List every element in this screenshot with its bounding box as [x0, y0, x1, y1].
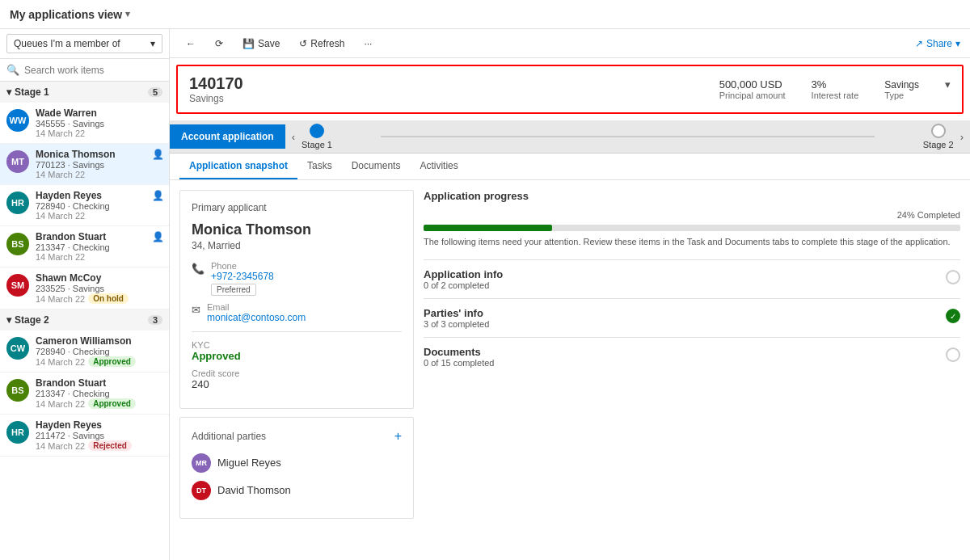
list-item[interactable]: SM Shawn McCoy 233525 · Savings 14 March…: [0, 267, 169, 309]
party-item: MR Miguel Reyes: [192, 452, 402, 473]
phone-row: 📞 Phone +972-2345678 Preferred: [192, 261, 402, 296]
share-chevron: ▾: [955, 38, 960, 49]
progress-bar-bg: [424, 225, 960, 231]
phone-icon: 📞: [192, 263, 205, 275]
tab-activities[interactable]: Activities: [410, 154, 467, 179]
type-field: Savings Type: [884, 78, 919, 100]
save-icon: 💾: [242, 38, 255, 49]
progress-title: Application progress: [424, 190, 960, 202]
phone-label: Phone: [211, 261, 274, 271]
phone-value[interactable]: +972-2345678: [211, 271, 274, 282]
record-id: 140170: [189, 74, 243, 93]
search-icon: 🔍: [6, 64, 19, 76]
queue-filter: Queues I'm a member of ▾: [0, 29, 169, 59]
share-icon: ↗: [915, 38, 923, 49]
kyc-label: KYC: [192, 340, 402, 350]
list-item[interactable]: BS Brandon Stuart 213347 · Checking 14 M…: [0, 373, 169, 415]
list-item[interactable]: MT Monica Thomson 770123 · Savings 14 Ma…: [0, 144, 169, 185]
stage2-indicator: Stage 2: [923, 124, 954, 149]
item-info: Wade Warren 345555 · Savings 14 March 22: [36, 107, 162, 138]
toolbar: ← ⟳ 💾 Save ↺ Refresh ··· ↗ S: [170, 29, 970, 58]
list-item[interactable]: BS Brandon Stuart 213347 · Checking 14 M…: [0, 226, 169, 267]
tab-snapshot[interactable]: Application snapshot: [179, 154, 297, 179]
item-sub: 345555 · Savings: [36, 119, 162, 128]
interest-rate-label: Interest rate: [812, 91, 859, 100]
record-expand-icon[interactable]: ▾: [945, 78, 951, 91]
list-item[interactable]: HR Hayden Reyes 728940 · Checking 14 Mar…: [0, 185, 169, 226]
progress-item-info: Parties' info 3 of 3 completed: [424, 307, 489, 329]
list-item[interactable]: HR Hayden Reyes 211472 · Savings 14 Marc…: [0, 415, 169, 457]
stage-nav-left[interactable]: ‹: [285, 128, 302, 146]
tab-tasks[interactable]: Tasks: [297, 154, 342, 179]
additional-parties-card: Additional parties + MR Miguel Reyes DT …: [179, 417, 414, 519]
stage-nav-right[interactable]: ›: [954, 128, 970, 146]
add-party-button[interactable]: +: [394, 429, 402, 444]
item-info: Brandon Stuart 213347 · Checking 14 Marc…: [36, 377, 162, 409]
item-date: 14 March 22 Approved: [36, 356, 162, 367]
avatar: SM: [6, 274, 29, 297]
avatar: BS: [6, 233, 29, 255]
search-bar: 🔍: [0, 59, 169, 82]
queue-label: Queues I'm a member of: [14, 38, 120, 49]
save-button[interactable]: 💾 Save: [236, 36, 286, 52]
email-label: Email: [207, 302, 306, 312]
stage-header-stage1[interactable]: ▾Stage 15: [0, 82, 169, 103]
back-icon: ←: [186, 38, 196, 49]
more-button[interactable]: ···: [357, 36, 378, 52]
item-sub: 728940 · Checking: [36, 347, 162, 356]
search-input[interactable]: [24, 65, 162, 76]
stage-count: 3: [148, 315, 162, 325]
item-sub: 728940 · Checking: [36, 201, 162, 211]
tab-documents[interactable]: Documents: [342, 154, 411, 179]
list-item[interactable]: WW Wade Warren 345555 · Savings 14 March…: [0, 103, 169, 144]
principal-amount-label: Principal amount: [719, 91, 786, 100]
progress-note: The following items need your attention.…: [424, 236, 960, 248]
credit-score-value: 240: [192, 378, 402, 390]
progress-item-count: 0 of 15 completed: [424, 358, 494, 368]
stage-header-stage2[interactable]: ▾Stage 23: [0, 309, 169, 331]
item-info: Hayden Reyes 211472 · Savings 14 March 2…: [36, 419, 162, 451]
progress-item-count: 0 of 2 completed: [424, 280, 503, 290]
share-button[interactable]: ↗ Share ▾: [915, 38, 960, 49]
divider-1: [192, 331, 402, 332]
interest-rate-field: 3% Interest rate: [812, 78, 859, 100]
item-name: Brandon Stuart: [36, 377, 162, 389]
progress-item-info: Documents 0 of 15 completed: [424, 346, 494, 368]
stage1-dot: [310, 124, 324, 138]
avatar: HR: [6, 421, 29, 444]
back-button[interactable]: ←: [179, 36, 202, 52]
account-application-btn[interactable]: Account application: [170, 124, 285, 149]
item-sub: 770123 · Savings: [36, 160, 162, 170]
progress-item-status: [946, 347, 960, 362]
queue-dropdown[interactable]: Queues I'm a member of ▾: [6, 34, 162, 53]
stage-indicator: Stage 1 Stage 2: [302, 120, 954, 153]
tab-bar: Application snapshotTasksDocumentsActivi…: [170, 154, 970, 180]
refresh-button[interactable]: ↺ Refresh: [293, 36, 351, 52]
item-name: Hayden Reyes: [36, 419, 162, 431]
item-sub: 213347 · Checking: [36, 389, 162, 398]
app-title[interactable]: My applications view ▾: [10, 8, 130, 21]
item-date: 14 March 22 Approved: [36, 398, 162, 409]
item-name: Brandon Stuart: [36, 231, 162, 242]
party-avatar: MR: [192, 453, 211, 473]
sidebar: Queues I'm a member of ▾ 🔍 ▾Stage 15 WW …: [0, 29, 170, 560]
item-date: 14 March 22: [36, 252, 162, 262]
record-identity: 140170 Savings: [189, 74, 243, 104]
item-name: Hayden Reyes: [36, 190, 162, 201]
parties-list: MR Miguel Reyes DT David Thomson: [192, 452, 402, 500]
list-item[interactable]: CW Cameron Williamson 728940 · Checking …: [0, 331, 169, 373]
avatar: BS: [6, 379, 29, 402]
avatar: MT: [6, 150, 29, 173]
app-title-text: My applications view: [10, 8, 122, 21]
stage-list: ▾Stage 15 WW Wade Warren 345555 · Saving…: [0, 82, 169, 457]
main-content: ← ⟳ 💾 Save ↺ Refresh ··· ↗ S: [170, 29, 970, 560]
left-column: Primary applicant Monica Thomson 34, Mar…: [179, 190, 414, 550]
forward-button[interactable]: ⟳: [209, 36, 230, 52]
top-bar: My applications view ▾: [0, 0, 970, 29]
item-name: Wade Warren: [36, 107, 162, 119]
kyc-value: Approved: [192, 350, 402, 362]
stage-header-label: ▾Stage 2: [6, 314, 49, 326]
email-value[interactable]: monicat@contoso.com: [207, 312, 306, 323]
item-name: Monica Thomson: [36, 149, 162, 160]
type-label: Type: [884, 91, 919, 100]
